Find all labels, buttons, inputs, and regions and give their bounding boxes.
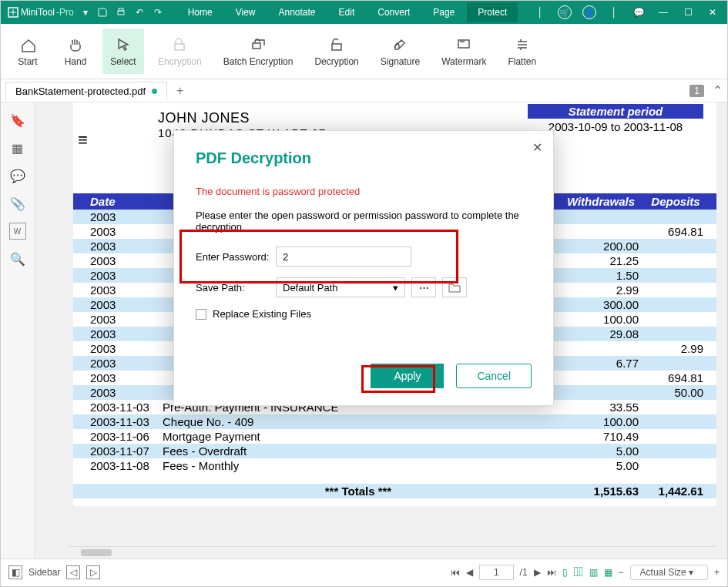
dialog-warning: The document is password protected xyxy=(196,186,532,197)
table-row: 2003-11-08Fees - Monthly5.00 xyxy=(73,458,720,473)
sidebar-toggle-icon[interactable]: ◧ xyxy=(8,565,22,579)
attachment-icon[interactable]: 📎 xyxy=(9,195,26,212)
modified-dot-icon xyxy=(152,89,157,94)
zoom-out-icon[interactable]: − xyxy=(619,567,624,578)
ribbon-select[interactable]: Select xyxy=(102,29,144,74)
main-menu: HomeViewAnnotateEditConvertPageProtect xyxy=(177,2,518,22)
dialog-instruction: Please enter the open password or permis… xyxy=(196,210,532,233)
menu-view[interactable]: View xyxy=(225,2,267,22)
sidebar-label: Sidebar xyxy=(29,567,60,578)
separator-icon: │ xyxy=(530,4,550,21)
page-total: /1 xyxy=(520,567,528,578)
table-row: 2003-11-07Fees - Overdraft5.00 xyxy=(73,444,720,458)
save-path-select[interactable]: Default Path▾ xyxy=(276,277,405,297)
cursor-icon xyxy=(115,36,132,53)
next-page-icon[interactable]: ▶ xyxy=(534,567,541,578)
word-icon[interactable]: W xyxy=(9,223,26,240)
dropdown-icon[interactable]: ▾ xyxy=(80,7,91,18)
close-icon[interactable]: ✕ xyxy=(703,4,723,21)
cart-icon[interactable]: 🛒 xyxy=(555,4,575,21)
facing-icon[interactable]: ▥ xyxy=(589,567,598,578)
titlebar: MiniTool-Pro ▾ ↶ ↷ HomeViewAnnotateEditC… xyxy=(1,1,727,24)
col-date: Date xyxy=(73,193,158,210)
ribbon-watermark[interactable]: Watermark xyxy=(434,29,494,74)
zoom-select[interactable]: Actual Size ▾ xyxy=(630,565,708,580)
undo-icon[interactable]: ↶ xyxy=(133,5,146,19)
tab-label: BankStatement-protected.pdf xyxy=(15,86,146,97)
lock-icon xyxy=(171,36,188,53)
svg-rect-1 xyxy=(118,11,124,15)
browse-folder-button[interactable] xyxy=(442,277,467,297)
page-badge: 1 xyxy=(689,85,704,97)
app-logo: MiniTool-Pro xyxy=(1,6,80,18)
first-page-icon[interactable]: ⏮ xyxy=(451,567,460,578)
chevron-up-icon[interactable]: ⌃ xyxy=(713,83,723,98)
table-row: 2003-11-03Cheque No. - 409100.00 xyxy=(73,414,720,429)
prev-layout-icon[interactable]: ◁ xyxy=(66,565,80,579)
continuous-icon[interactable]: ⿲ xyxy=(574,567,583,578)
separator-icon: │ xyxy=(604,4,624,21)
help-icon[interactable]: 💬 xyxy=(629,4,649,21)
menu-page[interactable]: Page xyxy=(422,2,465,22)
apply-button[interactable]: Apply xyxy=(371,364,444,388)
prev-page-icon[interactable]: ◀ xyxy=(466,567,473,578)
continuous-facing-icon[interactable]: ▦ xyxy=(604,567,612,578)
chevron-down-icon: ▾ xyxy=(393,282,398,294)
dialog-title: PDF Decryption xyxy=(196,149,532,167)
user-icon[interactable]: 👤 xyxy=(579,4,599,21)
last-page-icon[interactable]: ⏭ xyxy=(547,567,556,578)
ribbon-decryption[interactable]: Decryption xyxy=(307,29,366,74)
table-row: 2003-11-06Mortgage Payment710.49 xyxy=(73,429,720,444)
cancel-button[interactable]: Cancel xyxy=(456,364,532,388)
horizontal-scrollbar[interactable] xyxy=(69,546,716,558)
mark-icon xyxy=(455,36,472,53)
next-layout-icon[interactable]: ▷ xyxy=(86,565,100,579)
search-icon[interactable]: 🔍 xyxy=(9,250,26,267)
menu-annotate[interactable]: Annotate xyxy=(268,2,327,22)
print-icon[interactable] xyxy=(114,5,128,19)
minimize-icon[interactable]: — xyxy=(653,4,673,21)
thumbnails-icon[interactable]: ▦ xyxy=(9,139,26,156)
svg-rect-2 xyxy=(119,8,123,11)
menu-edit[interactable]: Edit xyxy=(328,2,366,22)
hand-icon xyxy=(67,36,84,53)
maximize-icon[interactable]: ☐ xyxy=(678,4,698,21)
more-options-button[interactable]: ⋯ xyxy=(411,277,436,297)
document-tab[interactable]: BankStatement-protected.pdf xyxy=(5,82,167,100)
bookmark-icon[interactable]: 🔖 xyxy=(9,112,26,129)
col-withdrawals: Withdrawals xyxy=(559,193,643,210)
save-icon[interactable] xyxy=(96,5,109,19)
password-input[interactable] xyxy=(276,247,411,267)
page-number-input[interactable]: 1 xyxy=(479,565,514,580)
ribbon-signature[interactable]: Signature xyxy=(373,29,428,74)
replace-label: Replace Existing Files xyxy=(213,308,311,320)
zoom-in-icon[interactable]: + xyxy=(714,567,720,578)
decryption-dialog: ✕ PDF Decryption The document is passwor… xyxy=(173,130,554,406)
single-page-icon[interactable]: ▯ xyxy=(562,567,568,578)
col-deposits: Deposits xyxy=(643,193,720,210)
menu-protect[interactable]: Protect xyxy=(467,2,518,22)
status-bar: ◧ Sidebar ◁ ▷ ⏮ ◀ 1 /1 ▶ ⏭ ▯ ⿲ ▥ ▦ − Act… xyxy=(1,558,727,585)
statement-period: Statement period 2003-10-09 to 2003-11-0… xyxy=(528,104,703,135)
left-sidebar: 🔖 ▦ 💬 📎 W 🔍 xyxy=(1,102,35,558)
menu-convert[interactable]: Convert xyxy=(367,2,421,22)
menu-home[interactable]: Home xyxy=(177,2,223,22)
sign-icon xyxy=(391,36,408,53)
quick-access-toolbar: ↶ ↷ xyxy=(91,5,169,19)
ribbon: StartHandSelectEncryptionBatch Encryptio… xyxy=(1,24,727,79)
ribbon-batch-encryption[interactable]: Batch Encryption xyxy=(216,29,301,74)
vertical-scrollbar[interactable] xyxy=(716,102,727,546)
ribbon-start[interactable]: Start xyxy=(7,29,49,74)
ribbon-flatten[interactable]: Flatten xyxy=(500,29,544,74)
replace-checkbox[interactable] xyxy=(196,309,206,320)
new-tab-button[interactable]: + xyxy=(170,84,190,98)
flatten-icon xyxy=(514,36,531,53)
home-icon xyxy=(19,36,36,53)
save-path-label: Save Path: xyxy=(196,282,270,294)
unlock-icon xyxy=(328,36,345,53)
close-dialog-icon[interactable]: ✕ xyxy=(532,140,542,155)
ribbon-hand[interactable]: Hand xyxy=(55,29,96,74)
document-tabs: BankStatement-protected.pdf + 1 ⌃ xyxy=(1,79,727,102)
comments-icon[interactable]: 💬 xyxy=(9,167,26,184)
redo-icon[interactable]: ↷ xyxy=(151,5,165,19)
